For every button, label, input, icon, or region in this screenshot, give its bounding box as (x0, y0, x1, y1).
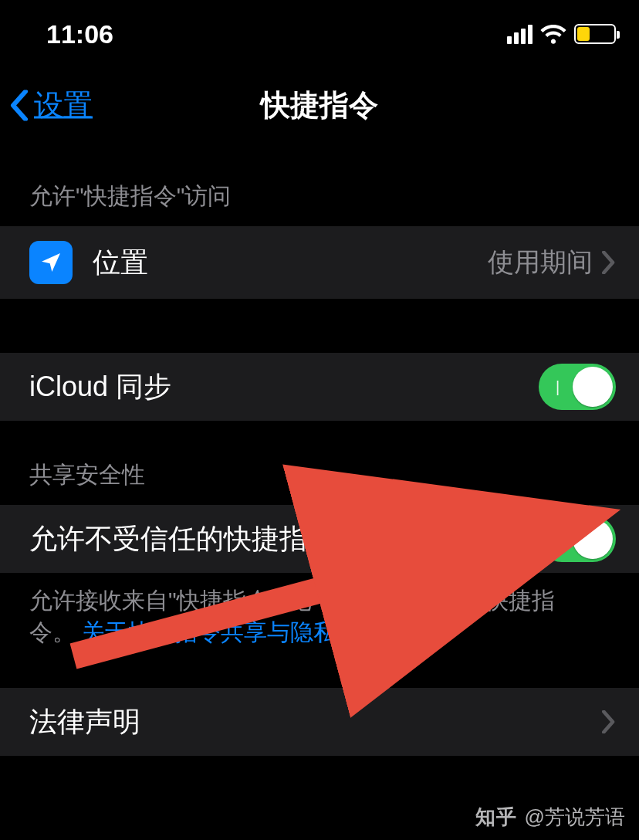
location-label: 位置 (93, 244, 488, 282)
allow-untrusted-toggle[interactable] (539, 516, 616, 562)
legal-row[interactable]: 法律声明 (0, 688, 639, 756)
watermark-handle: @芳说芳语 (525, 804, 625, 831)
page-title: 快捷指令 (0, 86, 639, 125)
status-bar: 11:06 (0, 0, 639, 68)
location-value: 使用期间 (488, 245, 593, 280)
legal-label: 法律声明 (29, 703, 602, 741)
status-time: 11:06 (46, 19, 113, 49)
sharing-privacy-link[interactable]: 关于快捷指令共享与隐私… (82, 619, 360, 645)
icloud-sync-label: iCloud 同步 (29, 368, 539, 406)
section-header-security: 共享安全性 (0, 421, 639, 505)
chevron-right-icon (602, 251, 616, 274)
location-row[interactable]: 位置 使用期间 (0, 226, 639, 299)
status-indicators (507, 24, 616, 44)
cellular-icon (507, 25, 532, 44)
watermark: 知乎 @芳说芳语 (475, 804, 625, 831)
allow-untrusted-row: 允许不受信任的快捷指令 (0, 505, 639, 573)
battery-icon (574, 24, 616, 44)
wifi-icon (540, 24, 566, 44)
zhihu-logo: 知乎 (475, 804, 517, 831)
navigation-bar: 设置 快捷指令 (0, 68, 639, 142)
section-header-access: 允许"快捷指令"访问 (0, 142, 639, 226)
untrusted-footer: 允许接收来自"快捷指令中心"之外的不受信任快捷指令。 关于快捷指令共享与隐私… (0, 573, 602, 666)
location-icon (29, 241, 73, 284)
allow-untrusted-label: 允许不受信任的快捷指令 (29, 520, 539, 558)
chevron-right-icon (602, 710, 616, 733)
icloud-sync-row: iCloud 同步 (0, 353, 639, 421)
icloud-sync-toggle[interactable] (539, 364, 616, 410)
